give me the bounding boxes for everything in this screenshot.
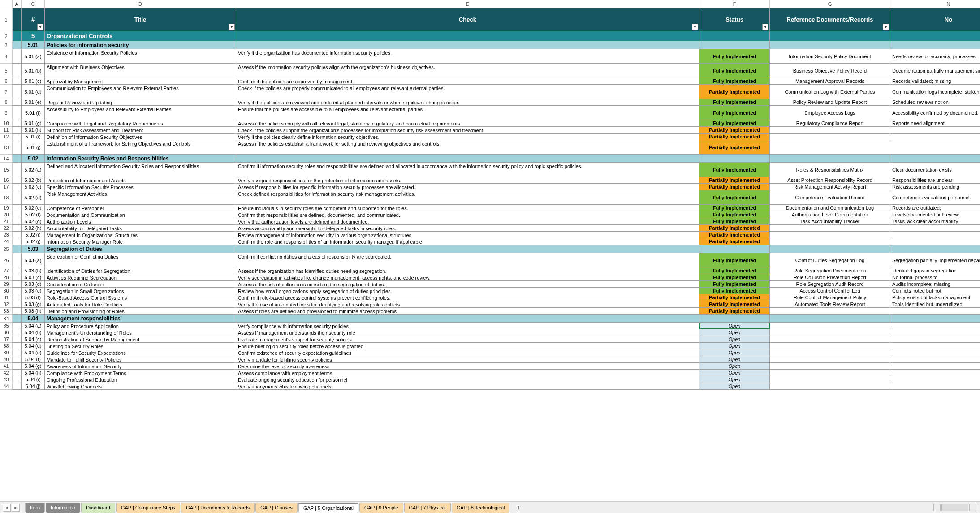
row-id[interactable]: 5.02 (j)	[22, 238, 45, 245]
notes-cell[interactable]	[890, 232, 980, 238]
status-cell[interactable]: Partially Implemented	[699, 127, 770, 134]
row-check[interactable]: Verify anonymous whistleblowing channels	[236, 383, 699, 390]
row-check[interactable]: Confirm existence of security expectatio…	[236, 349, 699, 356]
row-header[interactable]: 4	[0, 49, 13, 64]
row-header[interactable]: 39	[0, 349, 13, 356]
status-cell[interactable]: Partially Implemented	[699, 294, 770, 301]
row-check[interactable]: Evaluate ongoing security education for …	[236, 376, 699, 383]
status-cell[interactable]: Open	[699, 370, 770, 376]
status-cell[interactable]: Partially Implemented	[699, 140, 770, 155]
sheet-tab[interactable]: GAP | 5.Organizational	[298, 503, 358, 513]
notes-cell[interactable]: Tools identified but underutilized	[890, 301, 980, 308]
notes-cell[interactable]	[890, 308, 980, 315]
row-id[interactable]: 5.01 (a)	[22, 49, 45, 64]
sheet-tab[interactable]: GAP | Clauses	[255, 503, 298, 513]
row-check[interactable]: Check if the policies support the organi…	[236, 127, 699, 134]
row-check[interactable]: Ensure that the policies are accessible …	[236, 106, 699, 120]
status-cell[interactable]: Fully Implemented	[699, 281, 770, 288]
status-cell[interactable]: Fully Implemented	[699, 267, 770, 274]
row-header[interactable]: 13	[0, 140, 13, 155]
notes-cell[interactable]: Audits incomplete; missing	[890, 281, 980, 288]
row-header[interactable]: 30	[0, 288, 13, 294]
row-title[interactable]: Documentation and Communication	[45, 211, 236, 218]
row-check[interactable]: Review management of information securit…	[236, 232, 699, 238]
horizontal-scrollbar[interactable]	[933, 504, 976, 511]
ref-cell[interactable]: Role Segregation Documentation	[770, 267, 890, 274]
ref-cell[interactable]: Risk Management Activity Report	[770, 184, 890, 190]
row-header[interactable]: 6	[0, 78, 13, 85]
row-title[interactable]: Automated Tools for Role Conflicts	[45, 301, 236, 308]
notes-cell[interactable]: Communication logs incomplete; stakehold…	[890, 85, 980, 99]
status-cell[interactable]: Fully Implemented	[699, 163, 770, 177]
row-check[interactable]: Confirm the role and responsibilities of…	[236, 238, 699, 245]
row-check[interactable]: Assess if the information security polic…	[236, 64, 699, 78]
row-check[interactable]: Assess compliance with employment terms	[236, 370, 699, 376]
status-cell[interactable]: Open	[699, 383, 770, 390]
status-cell[interactable]: Fully Implemented	[699, 211, 770, 218]
row-title[interactable]: Guidelines for Security Expectations	[45, 349, 236, 356]
row-header[interactable]: 27	[0, 267, 13, 274]
row-check[interactable]: Confirm if role-based access control sys…	[236, 294, 699, 301]
ref-cell[interactable]: Asset Protection Responsibility Record	[770, 177, 890, 184]
ref-cell[interactable]: Roles & Responsibilities Matrix	[770, 163, 890, 177]
row-title[interactable]: Specific Information Security Processes	[45, 184, 236, 190]
ref-cell[interactable]	[770, 308, 890, 315]
ref-cell[interactable]	[770, 140, 890, 155]
row-id[interactable]: 5.02 (h)	[22, 225, 45, 232]
row-header[interactable]: 14	[0, 155, 13, 163]
row-header[interactable]: 44	[0, 383, 13, 390]
status-cell[interactable]: Fully Implemented	[699, 274, 770, 281]
row-id[interactable]: 5.03 (c)	[22, 274, 45, 281]
row-title[interactable]: Segregation of Conflicting Duties	[45, 253, 236, 267]
spreadsheet-grid[interactable]: A C D E F G N 1 # Title Check Status Ref…	[0, 0, 980, 500]
notes-cell[interactable]: Records validated; missing	[890, 78, 980, 85]
row-check[interactable]: Assess if the risk of collusion is consi…	[236, 281, 699, 288]
row-header[interactable]: 35	[0, 323, 13, 329]
ref-cell[interactable]	[770, 376, 890, 383]
row-title[interactable]: Activities Requiring Segregation	[45, 274, 236, 281]
status-cell[interactable]: Fully Implemented	[699, 288, 770, 294]
row-check[interactable]: Verify compliance with information secur…	[236, 323, 699, 329]
row-id[interactable]: 5.01 (j)	[22, 140, 45, 155]
ref-cell[interactable]: Regulatory Compliance Report	[770, 120, 890, 127]
row-id[interactable]: 5.02 (g)	[22, 218, 45, 225]
row-check[interactable]: Verify if the organization has documente…	[236, 49, 699, 64]
row-header[interactable]: 15	[0, 163, 13, 177]
row-header[interactable]: 21	[0, 218, 13, 225]
row-check[interactable]: Assess if the policies comply with all r…	[236, 120, 699, 127]
row-id[interactable]: 5.01 (b)	[22, 64, 45, 78]
row-id[interactable]: 5.03 (d)	[22, 281, 45, 288]
notes-cell[interactable]	[890, 383, 980, 390]
row-title[interactable]: Protection of Information and Assets	[45, 177, 236, 184]
status-cell[interactable]: Partially Implemented	[699, 238, 770, 245]
notes-cell[interactable]: No formal process to	[890, 274, 980, 281]
notes-cell[interactable]	[890, 376, 980, 383]
row-header[interactable]: 18	[0, 190, 13, 205]
status-cell[interactable]: Open	[699, 356, 770, 363]
row-header[interactable]: 29	[0, 281, 13, 288]
status-cell[interactable]: Fully Implemented	[699, 78, 770, 85]
row-header[interactable]: 5	[0, 64, 13, 78]
notes-cell[interactable]: Scheduled reviews not on	[890, 99, 980, 106]
row-id[interactable]: 5.04 (i)	[22, 376, 45, 383]
row-title[interactable]: Whistleblowing Channels	[45, 383, 236, 390]
row-id[interactable]: 5.04 (d)	[22, 343, 45, 349]
ref-cell[interactable]: Access Control Conflict Log	[770, 288, 890, 294]
notes-cell[interactable]: Clear documentation exists	[890, 163, 980, 177]
notes-cell[interactable]	[890, 343, 980, 349]
ref-cell[interactable]	[770, 336, 890, 343]
row-id[interactable]: 5.01 (g)	[22, 120, 45, 127]
notes-cell[interactable]: Segregation partially implemented depart…	[890, 253, 980, 267]
ref-cell[interactable]: Documentation and Communication Log	[770, 205, 890, 211]
notes-cell[interactable]	[890, 238, 980, 245]
row-title[interactable]: Awareness of Information Security	[45, 363, 236, 370]
filter-icon[interactable]	[37, 24, 43, 30]
row-header[interactable]: 17	[0, 184, 13, 190]
row-title[interactable]: Segregation in Small Organizations	[45, 288, 236, 294]
row-check[interactable]: Verify that authorization levels are def…	[236, 218, 699, 225]
col-header-N[interactable]: N	[890, 0, 980, 8]
row-header[interactable]: 10	[0, 120, 13, 127]
status-cell[interactable]: Fully Implemented	[699, 190, 770, 205]
status-cell[interactable]: Open	[699, 329, 770, 336]
row-check[interactable]: Verify if the policies clearly define in…	[236, 134, 699, 140]
